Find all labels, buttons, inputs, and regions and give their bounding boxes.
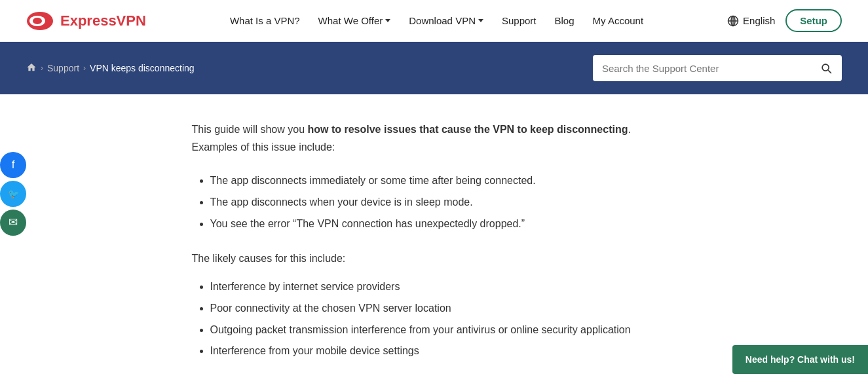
intro-bold: how to resolve issues that cause the VPN… [307, 124, 628, 135]
nav-item-what-we-offer[interactable]: What We Offer [318, 15, 391, 26]
breadcrumb-support[interactable]: Support [47, 63, 79, 73]
email-share-button[interactable]: ✉ [0, 210, 26, 236]
twitter-share-button[interactable]: 🐦 [0, 181, 26, 207]
twitter-icon: 🐦 [8, 189, 19, 199]
cause-item-1: Interference by internet service provide… [210, 278, 677, 297]
causes-list: Interference by internet service provide… [192, 278, 677, 361]
cause-item-4: Interference from your mobile device set… [210, 342, 677, 361]
svg-point-2 [33, 18, 42, 24]
nav-link-what-we-offer[interactable]: What We Offer [318, 15, 383, 26]
breadcrumb-sep-1: › [41, 64, 43, 73]
breadcrumb-sep-2: › [83, 64, 86, 73]
search-input[interactable] [602, 63, 820, 74]
chevron-down-icon-2 [478, 19, 483, 22]
causes-label: The likely causes for this include: [192, 249, 677, 267]
nav-item-my-account[interactable]: My Account [593, 15, 644, 27]
language-button[interactable]: English [727, 15, 775, 27]
intro-text-before: This guide will show you [192, 124, 308, 135]
email-icon: ✉ [9, 215, 18, 229]
issues-list: The app disconnects immediately or some … [192, 172, 677, 233]
nav-link-support[interactable]: Support [502, 15, 537, 26]
home-icon [26, 62, 37, 73]
setup-button[interactable]: Setup [785, 9, 842, 32]
nav-link-download-vpn[interactable]: Download VPN [409, 15, 476, 26]
facebook-icon: f [12, 158, 15, 172]
breadcrumb-current: VPN keeps disconnecting [90, 63, 195, 73]
cause-item-3: Outgoing packet transmission interferenc… [210, 321, 677, 340]
nav-item-blog[interactable]: Blog [555, 15, 575, 27]
nav-dropdown-download-vpn[interactable]: Download VPN [409, 15, 483, 26]
breadcrumb-banner: › Support › VPN keeps disconnecting [0, 42, 868, 94]
navbar: ExpressVPN What Is a VPN? What We Offer … [0, 0, 868, 42]
breadcrumb-home[interactable] [26, 62, 37, 75]
globe-icon [727, 15, 739, 27]
nav-links: What Is a VPN? What We Offer Download VP… [230, 15, 643, 27]
cause-item-2: Poor connectivity at the chosen VPN serv… [210, 299, 677, 318]
social-sidebar: f 🐦 ✉ [0, 152, 26, 236]
issue-item-2: The app disconnects when your device is … [210, 193, 677, 212]
search-icon [820, 62, 833, 75]
facebook-share-button[interactable]: f [0, 152, 26, 178]
breadcrumb: › Support › VPN keeps disconnecting [26, 62, 195, 75]
nav-right: English Setup [727, 9, 842, 32]
nav-dropdown-what-we-offer[interactable]: What We Offer [318, 15, 391, 26]
nav-link-blog[interactable]: Blog [555, 15, 575, 26]
nav-item-what-is-vpn[interactable]: What Is a VPN? [230, 15, 300, 27]
chevron-down-icon [385, 19, 390, 22]
nav-link-what-is-vpn[interactable]: What Is a VPN? [230, 15, 300, 26]
logo-icon [26, 10, 54, 31]
nav-link-my-account[interactable]: My Account [593, 15, 644, 26]
chat-button[interactable]: Need help? Chat with us! [732, 345, 868, 374]
language-label: English [743, 15, 775, 26]
nav-item-download-vpn[interactable]: Download VPN [409, 15, 483, 26]
logo-text: ExpressVPN [60, 12, 146, 29]
intro-paragraph: This guide will show you how to resolve … [192, 120, 677, 156]
search-box [593, 55, 842, 81]
main-content: This guide will show you how to resolve … [140, 94, 729, 387]
logo[interactable]: ExpressVPN [26, 10, 146, 31]
issue-item-1: The app disconnects immediately or some … [210, 172, 677, 191]
nav-item-support[interactable]: Support [502, 15, 537, 27]
issue-item-3: You see the error “The VPN connection ha… [210, 215, 677, 234]
